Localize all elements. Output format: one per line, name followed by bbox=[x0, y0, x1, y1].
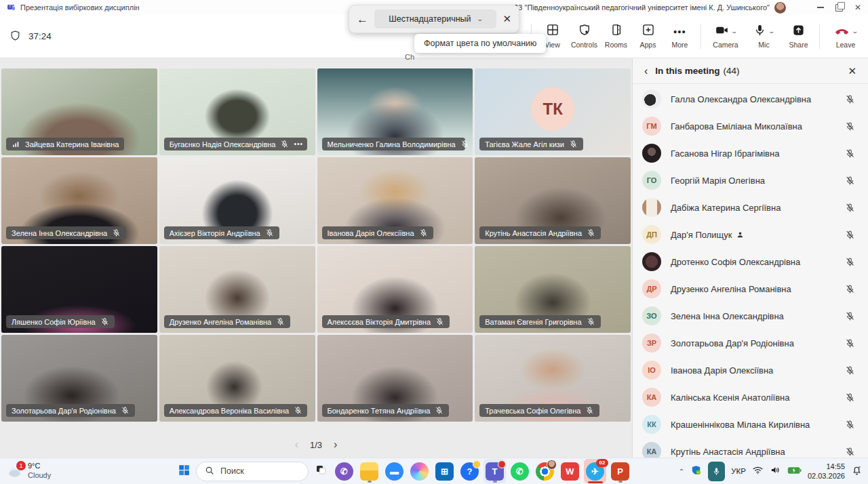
defender-icon[interactable] bbox=[690, 464, 702, 479]
participant-name: Дар'я Полищук bbox=[671, 230, 744, 240]
rooms-button[interactable]: Rooms bbox=[600, 22, 632, 51]
page-indicator: 1/3 bbox=[310, 440, 322, 450]
close-window-button[interactable]: ✕ bbox=[854, 3, 861, 12]
participant-list-item[interactable]: ДПДар'я Полищук bbox=[633, 221, 868, 248]
video-tile[interactable]: Зелена Інна Олександрівна bbox=[1, 157, 157, 244]
mic-muted-icon[interactable] bbox=[845, 365, 855, 376]
participant-name: Золотарьова Дар'я Родіонівна bbox=[671, 338, 794, 348]
mic-muted-icon[interactable] bbox=[845, 447, 855, 457]
participant-list-item[interactable]: Дабіжа Катерина Сергіївна bbox=[633, 194, 868, 221]
language-indicator[interactable]: УКР bbox=[731, 467, 746, 475]
video-tile[interactable]: Трачевська Софія Олегівна bbox=[475, 335, 631, 422]
tray-chevron-up-icon[interactable]: ⌃ bbox=[679, 468, 684, 475]
participant-list-item[interactable]: ЗРЗолотарьова Дар'я Родіонівна bbox=[633, 329, 868, 357]
mic-muted-icon[interactable] bbox=[845, 392, 855, 403]
participant-list-item[interactable]: КАКрутінь Анастасія Андріївна bbox=[633, 438, 868, 459]
copilot-icon[interactable] bbox=[408, 459, 431, 483]
video-tile[interactable]: Ахієзер Вікторія Андріївна bbox=[159, 157, 315, 244]
tile-more-button[interactable]: ••• bbox=[294, 140, 303, 148]
back-chevron-icon[interactable]: ‹ bbox=[644, 65, 648, 77]
color-format-dropdown[interactable]: Шестнадцатеричный ⌄ bbox=[374, 9, 496, 28]
share-button[interactable]: Share bbox=[783, 22, 814, 51]
next-page-icon[interactable]: › bbox=[334, 439, 337, 451]
controls-button[interactable]: Controls bbox=[568, 22, 600, 51]
participant-list-item[interactable]: ГМГанбарова Еміліана Миколаївна bbox=[633, 113, 868, 140]
video-tile[interactable]: ТКТагієва Жале Агіл кизи bbox=[475, 68, 631, 155]
powerpoint-icon[interactable]: P bbox=[609, 459, 631, 483]
participant-list-item[interactable]: ЗОЗелена Інна Олександрівна bbox=[633, 302, 868, 329]
video-tile[interactable]: Крутінь Анастасія Андріївна bbox=[475, 157, 631, 244]
wifi-icon[interactable] bbox=[752, 464, 764, 479]
chevron-down-icon[interactable]: ⌄ bbox=[851, 28, 859, 35]
battery-charging-icon[interactable] bbox=[787, 465, 802, 477]
taskbar-search-input[interactable]: Поиск bbox=[196, 462, 309, 481]
participant-list-item[interactable]: Гасанова Нігар Ібрагімівна bbox=[633, 140, 868, 167]
mic-muted-icon[interactable] bbox=[845, 311, 855, 321]
participant-list-item[interactable]: ГОГеоргій Марія Олегівна bbox=[633, 167, 868, 194]
mic-muted-icon[interactable] bbox=[845, 94, 855, 104]
video-tile[interactable]: Ватаман Євгенія Григорівна bbox=[475, 246, 631, 333]
camera-button[interactable]: ⌄ Camera bbox=[706, 22, 745, 51]
mic-button[interactable]: ⌄ Mic bbox=[745, 22, 783, 51]
back-arrow-icon[interactable]: ← bbox=[357, 14, 368, 25]
video-tile[interactable]: Ляшенко Софія Юріївна bbox=[1, 246, 157, 333]
participant-list-item[interactable]: Дротенко Софія Олександрівна bbox=[633, 248, 868, 275]
file-explorer-icon[interactable] bbox=[358, 459, 380, 483]
zoom-icon[interactable]: ▬ bbox=[383, 459, 406, 483]
start-button[interactable] bbox=[178, 464, 190, 479]
video-stage: Зайцева Катерина ІванівнаБугаєнко Надія … bbox=[0, 58, 632, 459]
participant-list-item[interactable]: КАКалінська Ксенія Анатоліївна bbox=[633, 384, 868, 411]
mic-muted-icon[interactable] bbox=[845, 148, 855, 159]
mic-muted-icon[interactable] bbox=[845, 176, 855, 186]
mic-muted-icon[interactable] bbox=[845, 121, 855, 132]
video-tile[interactable]: Іванова Дарія Олексіївна bbox=[317, 157, 473, 244]
participant-photo-avatar bbox=[642, 252, 661, 271]
teams-icon[interactable]: T bbox=[484, 459, 506, 483]
prev-page-icon[interactable]: ‹ bbox=[295, 439, 298, 451]
video-tile[interactable]: Зайцева Катерина Іванівна bbox=[1, 68, 157, 155]
mic-muted-icon[interactable] bbox=[845, 203, 855, 213]
mic-muted-icon[interactable] bbox=[845, 338, 855, 348]
video-tile[interactable]: Золотарьова Дар'я Родіонівна bbox=[1, 335, 157, 422]
tray-clock[interactable]: 14:55 02.03.2026 bbox=[808, 462, 845, 481]
mic-muted-icon[interactable] bbox=[845, 420, 855, 430]
restore-button[interactable] bbox=[835, 4, 843, 12]
tray-mic-in-use-button[interactable] bbox=[708, 462, 725, 481]
volume-icon[interactable] bbox=[770, 464, 781, 479]
telegram-icon[interactable]: ✈02 bbox=[584, 459, 606, 483]
participant-name-label: Ахієзер Вікторія Андріївна bbox=[164, 226, 279, 239]
participant-list-item[interactable]: ІОІванова Дарія Олексіївна bbox=[633, 357, 868, 384]
close-icon[interactable]: ✕ bbox=[502, 13, 511, 25]
more-button[interactable]: ••• More bbox=[664, 22, 696, 51]
leave-button[interactable]: ⌄ Leave bbox=[825, 22, 867, 51]
chrome-icon[interactable] bbox=[534, 459, 556, 483]
task-view-icon[interactable] bbox=[315, 464, 327, 479]
video-tile[interactable]: Друзенко Ангеліна Романівна bbox=[159, 246, 315, 333]
controls-shield-icon bbox=[578, 23, 591, 39]
chevron-down-icon[interactable]: ⌄ bbox=[730, 28, 738, 35]
chevron-down-icon[interactable]: ⌄ bbox=[768, 28, 776, 35]
wps-office-icon[interactable]: W bbox=[559, 459, 581, 483]
mic-muted-icon[interactable] bbox=[845, 257, 855, 267]
ms-store-icon[interactable]: ⊞ bbox=[433, 459, 456, 483]
viber-icon[interactable]: ✆ bbox=[333, 459, 355, 483]
participant-list-item[interactable]: КККрашеніннікова Мілана Кирилівна bbox=[633, 411, 868, 438]
video-tile[interactable]: Александрова Вероніка Василівна bbox=[159, 335, 315, 422]
quick-assist-icon[interactable]: ? bbox=[458, 459, 481, 483]
minimize-button[interactable] bbox=[817, 7, 824, 8]
mic-muted-icon[interactable] bbox=[845, 284, 855, 294]
video-tile[interactable]: Бондаренко Тетяна Андріївна bbox=[317, 335, 473, 422]
participant-list-item[interactable]: Галла Олександра Олександрівна bbox=[633, 85, 868, 113]
notification-bell-icon[interactable]: z bbox=[851, 464, 863, 479]
apps-button[interactable]: Apps bbox=[632, 22, 664, 51]
video-tile[interactable]: Мельниченко Галина Володимирівна bbox=[317, 68, 473, 155]
video-tile[interactable]: Алексєєва Вікторія Дмитрівна bbox=[317, 246, 473, 333]
video-tile[interactable]: Бугаєнко Надія Олександрівна••• bbox=[159, 68, 315, 155]
participant-list-item[interactable]: ДРДрузенко Ангеліна Романівна bbox=[633, 275, 868, 302]
whatsapp-icon[interactable]: ✆ bbox=[509, 459, 531, 483]
close-panel-icon[interactable]: ✕ bbox=[848, 65, 856, 77]
mic-muted-icon[interactable] bbox=[845, 230, 855, 240]
user-avatar[interactable] bbox=[774, 2, 786, 14]
notification-badge: 1 bbox=[16, 461, 26, 470]
weather-widget[interactable]: 1 9°C Cloudy bbox=[5, 458, 51, 484]
